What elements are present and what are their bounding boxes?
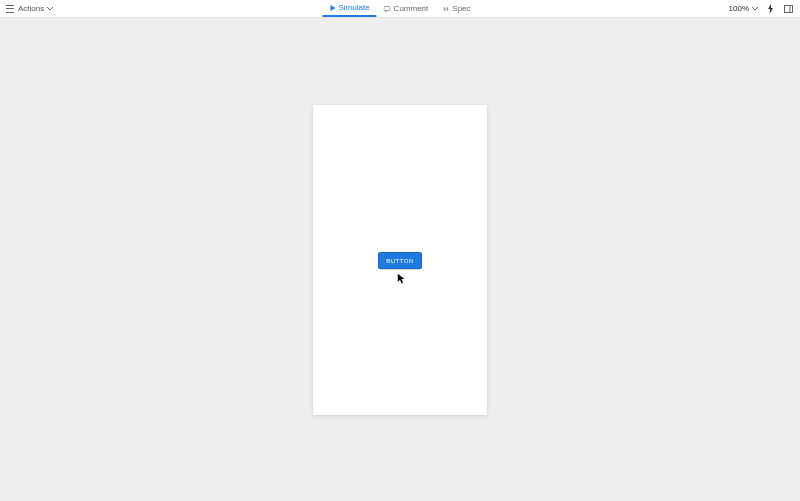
actions-dropdown[interactable]: Actions — [18, 4, 53, 13]
tab-simulate-label: Simulate — [338, 3, 369, 12]
toolbar-right: 100% — [729, 3, 800, 15]
tab-spec[interactable]: Spec — [435, 0, 477, 17]
bolt-icon[interactable] — [764, 3, 776, 15]
zoom-level: 100% — [729, 4, 749, 13]
tab-comment[interactable]: Comment — [377, 0, 436, 17]
svg-rect-0 — [384, 6, 390, 10]
tab-comment-label: Comment — [394, 4, 429, 13]
comment-icon — [384, 6, 391, 12]
tab-simulate[interactable]: Simulate — [322, 0, 376, 17]
spec-icon — [442, 6, 449, 12]
tab-spec-label: Spec — [452, 4, 470, 13]
chevron-down-icon — [752, 7, 758, 11]
play-icon — [329, 5, 335, 11]
artboard[interactable]: BUTTON — [313, 105, 487, 415]
toolbar-tabs: Simulate Comment Spec — [322, 0, 477, 17]
menu-icon[interactable] — [6, 5, 14, 13]
zoom-dropdown[interactable]: 100% — [729, 4, 758, 13]
button-widget[interactable]: BUTTON — [378, 252, 422, 269]
canvas-area[interactable]: BUTTON — [0, 18, 800, 501]
actions-label: Actions — [18, 4, 44, 13]
button-widget-label: BUTTON — [386, 258, 414, 264]
panel-icon[interactable] — [782, 3, 794, 15]
svg-rect-1 — [784, 5, 792, 12]
cursor-icon — [397, 273, 406, 285]
top-toolbar: Actions Simulate Comment Spec 100% — [0, 0, 800, 18]
toolbar-left: Actions — [0, 4, 53, 13]
chevron-down-icon — [47, 7, 53, 11]
